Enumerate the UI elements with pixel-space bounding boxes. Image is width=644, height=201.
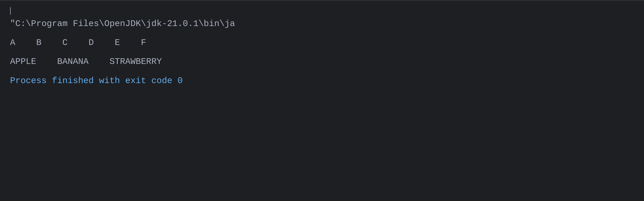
cursor-bar <box>10 7 11 14</box>
process-line: Process finished with exit code 0 <box>10 74 634 88</box>
cursor-line <box>10 7 634 15</box>
terminal-window: "C:\Program Files\OpenJDK\jdk-21.0.1\bin… <box>0 0 644 201</box>
spacer-2 <box>10 50 634 55</box>
command-line: "C:\Program Files\OpenJDK\jdk-21.0.1\bin… <box>10 17 634 31</box>
top-border <box>0 0 644 1</box>
spacer-3 <box>10 69 634 74</box>
spacer-1 <box>10 31 634 36</box>
data-line: APPLE BANANA STRAWBERRY <box>10 55 634 68</box>
header-line: A B C D E F <box>10 36 634 50</box>
